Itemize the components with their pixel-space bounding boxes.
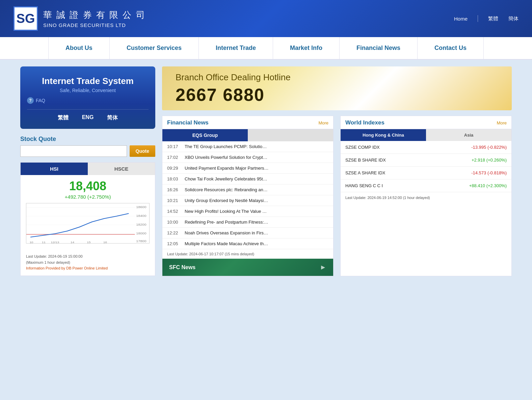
news-items-container: 10:17The TE Group Launches PCMP: Solutio… bbox=[162, 141, 333, 249]
logo-zh: 華 誠 證 券 有 限 公 司 bbox=[43, 9, 146, 21]
lang-traditional[interactable]: 繁體 bbox=[58, 114, 69, 121]
svg-text:18400: 18400 bbox=[136, 214, 147, 218]
news-text: XBO Unveils Powerful Solution for Crypt… bbox=[185, 155, 267, 160]
world-indexes-more[interactable]: More bbox=[497, 120, 507, 125]
news-item[interactable]: 12:22Noah Drives Overseas Expansion in F… bbox=[162, 228, 333, 238]
lang-row: 繁體 ENG 简体 bbox=[27, 109, 149, 121]
news-item[interactable]: 17:02XBO Unveils Powerful Solution for C… bbox=[162, 152, 333, 163]
news-item[interactable]: 14:52New High Profits! Looking At The Va… bbox=[162, 206, 333, 217]
nav-contact-us[interactable]: Contact Us bbox=[418, 37, 484, 59]
news-time: 12:05 bbox=[167, 241, 181, 246]
sfc-arrow-icon: ► bbox=[320, 263, 326, 271]
news-item[interactable]: 10:00Redefining Pre- and Postpartum Fitn… bbox=[162, 217, 333, 228]
index-items-container: SZSE COMP IDX-13.995 (-0.822%)SZSE B SHA… bbox=[341, 141, 511, 192]
logo-text: 華 誠 證 券 有 限 公 司 SINO GRADE SECURITIES LT… bbox=[43, 9, 146, 28]
news-time: 14:52 bbox=[167, 209, 181, 214]
news-time: 17:02 bbox=[167, 155, 181, 160]
news-item[interactable]: 09:29United Payment Expands Major Partne… bbox=[162, 163, 333, 174]
news-time: 10:21 bbox=[167, 198, 181, 203]
svg-text:18200: 18200 bbox=[136, 223, 147, 226]
sfc-news-button[interactable]: SFC News ► bbox=[162, 259, 333, 276]
hsi-tab-hsi[interactable]: HSI bbox=[21, 163, 88, 175]
quote-button[interactable]: Quote bbox=[130, 145, 155, 157]
financial-news-section: Financial News More EQS Group 10:17The T… bbox=[162, 116, 334, 276]
svg-text:10: 10 bbox=[30, 241, 33, 244]
index-tab-hk-china[interactable]: Hong Kong & China bbox=[341, 129, 426, 141]
news-text: Multiple Factors Made Macau Achieve th… bbox=[185, 241, 268, 246]
banner: Branch Office Dealing Hotline 2667 6880 bbox=[162, 66, 512, 110]
index-name: SZSE B SHARE IDX bbox=[345, 158, 386, 163]
news-time: 10:17 bbox=[167, 144, 181, 149]
faq-icon: ? bbox=[27, 97, 34, 104]
nav-home[interactable]: Home bbox=[454, 16, 468, 22]
news-text: United Payment Expands Major Partners… bbox=[185, 166, 269, 171]
index-name: SZSE COMP IDX bbox=[345, 145, 380, 150]
financial-news-more[interactable]: More bbox=[318, 120, 328, 125]
world-indexes-section: World Indexes More Hong Kong & China Asi… bbox=[340, 116, 512, 276]
faq-text[interactable]: FAQ bbox=[36, 98, 45, 103]
news-item[interactable]: 18:03Chow Tai Fook Jewellery Celebrates … bbox=[162, 174, 333, 184]
index-value: +88.410 (+2.300%) bbox=[469, 183, 507, 188]
news-item[interactable]: 10:17The TE Group Launches PCMP: Solutio… bbox=[162, 141, 333, 152]
news-text: Solidcore Resources plc: Rebranding an… bbox=[185, 187, 268, 192]
hsi-tabs: HSI HSCE bbox=[21, 163, 155, 175]
svg-text:16: 16 bbox=[103, 241, 107, 244]
hsi-section: HSI HSCE 18,408 +492.780 (+2.750%) 18600… bbox=[20, 162, 155, 276]
banner-title: Branch Office Dealing Hotline bbox=[176, 72, 498, 83]
hsi-provider: Information Provided by DB Power Online … bbox=[26, 266, 108, 270]
lang-simplified[interactable]: 简体 bbox=[107, 114, 118, 121]
world-indexes-header: World Indexes More bbox=[341, 116, 511, 129]
logo-sg: SG bbox=[14, 6, 38, 31]
stock-quote-title: Stock Quote bbox=[20, 136, 155, 143]
nav-market-info[interactable]: Market Info bbox=[273, 37, 340, 59]
svg-text:12/13: 12/13 bbox=[51, 241, 59, 244]
nav-simplified[interactable]: 簡体 bbox=[508, 16, 518, 22]
hsi-change: +492.780 (+2.750%) bbox=[26, 194, 150, 200]
index-name: HANG SENG C C I bbox=[345, 183, 383, 188]
logo-box: SG 華 誠 證 券 有 限 公 司 SINO GRADE SECURITIES… bbox=[14, 6, 146, 31]
nav-divider1 bbox=[478, 15, 478, 22]
news-time: 16:26 bbox=[167, 187, 181, 192]
news-text: The TE Group Launches PCMP: Solutio… bbox=[185, 144, 267, 149]
nav-financial-news[interactable]: Financial News bbox=[340, 37, 418, 59]
financial-news-header: Financial News More bbox=[162, 116, 333, 129]
internet-trade-box: Internet Trade System Safe, Reliable, Co… bbox=[20, 66, 155, 129]
nav-customer-services[interactable]: Customer Services bbox=[110, 37, 199, 59]
hsi-note: (Maximum 1 hour delayed) bbox=[26, 260, 70, 264]
hsi-value: 18,408 bbox=[26, 179, 150, 193]
news-tab-eqs[interactable]: EQS Group bbox=[162, 129, 248, 141]
svg-text:15: 15 bbox=[87, 241, 91, 244]
svg-text:11: 11 bbox=[42, 241, 46, 244]
lang-english[interactable]: ENG bbox=[82, 114, 94, 121]
content-wrapper: Internet Trade System Safe, Reliable, Co… bbox=[0, 60, 532, 283]
hsi-footer: Last Update: 2024-06-19 15:00:00 (Maximu… bbox=[21, 251, 155, 276]
index-value: -14.573 (-0.818%) bbox=[471, 170, 507, 175]
stock-input-row: Quote bbox=[20, 145, 155, 157]
index-row: HANG SENG C C I+88.410 (+2.300%) bbox=[341, 179, 511, 192]
hsi-tab-hsce[interactable]: HSCE bbox=[88, 163, 155, 175]
world-indexes-footer: Last Update: 2024-06-19 14:52:00 (1 hour… bbox=[341, 192, 511, 203]
nav-internet-trade[interactable]: Internet Trade bbox=[199, 37, 273, 59]
news-tab-row: EQS Group bbox=[162, 129, 333, 141]
financial-news-title: Financial News bbox=[167, 119, 209, 126]
header: SG 華 誠 證 券 有 限 公 司 SINO GRADE SECURITIES… bbox=[0, 0, 532, 37]
news-item[interactable]: 16:26Solidcore Resources plc: Rebranding… bbox=[162, 184, 333, 195]
index-tab-asia[interactable]: Asia bbox=[426, 129, 511, 141]
news-item[interactable]: 10:21Unity Group Endorsed by Nestlé Mala… bbox=[162, 195, 333, 206]
sfc-news-label: SFC News bbox=[169, 264, 195, 270]
nav-about-us[interactable]: About Us bbox=[48, 37, 110, 59]
stock-quote-section: Stock Quote Quote bbox=[20, 136, 155, 157]
nav-traditional[interactable]: 繁體 bbox=[488, 16, 498, 22]
left-panel: Internet Trade System Safe, Reliable, Co… bbox=[20, 66, 155, 276]
main-nav: About Us Customer Services Internet Trad… bbox=[0, 37, 532, 60]
stock-input[interactable] bbox=[20, 145, 127, 157]
internet-trade-tagline: Safe, Reliable, Convenient bbox=[27, 88, 149, 93]
news-text: New High Profits! Looking At The Value … bbox=[185, 209, 267, 214]
hsi-body: 18,408 +492.780 (+2.750%) 18600 18400 18… bbox=[21, 175, 155, 251]
news-item[interactable]: 12:05Multiple Factors Made Macau Achieve… bbox=[162, 238, 333, 249]
financial-news-footer: Last Update: 2024-06-17 10:17:07 (15 min… bbox=[162, 249, 333, 259]
faq-row: ? FAQ bbox=[27, 97, 149, 104]
internet-trade-title: Internet Trade System bbox=[27, 76, 149, 86]
banner-number: 2667 6880 bbox=[176, 85, 498, 105]
two-col: Financial News More EQS Group 10:17The T… bbox=[162, 116, 512, 276]
